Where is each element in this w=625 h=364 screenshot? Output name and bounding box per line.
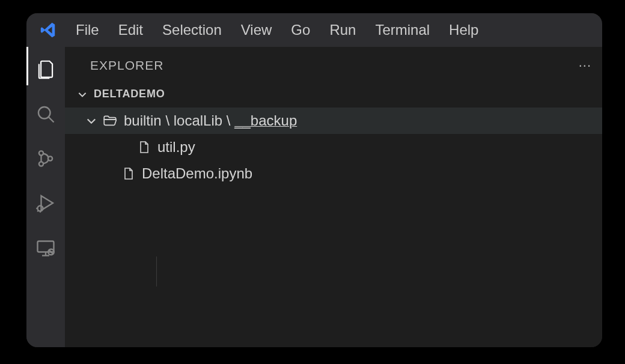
app-window: File Edit Selection View Go Run Terminal… [26, 13, 602, 347]
file-label-util: util.py [157, 139, 195, 156]
folder-row-backup[interactable]: builtin \ localLib \ __backup [65, 108, 602, 134]
svg-rect-10 [38, 241, 54, 252]
file-row-util[interactable]: util.py [65, 134, 602, 160]
activity-source-control[interactable] [34, 147, 58, 171]
chevron-down-icon [85, 115, 97, 127]
svg-line-9 [37, 210, 38, 211]
file-label-deltademo: DeltaDemo.ipynb [142, 165, 252, 182]
menu-go[interactable]: Go [281, 16, 320, 44]
explorer-header: EXPLORER ··· [65, 47, 602, 84]
file-row-deltademo[interactable]: DeltaDemo.ipynb [65, 160, 602, 187]
svg-point-3 [39, 162, 43, 166]
body-row: EXPLORER ··· DELTADEMO [26, 47, 602, 347]
menu-selection[interactable]: Selection [153, 16, 231, 44]
activity-run-debug[interactable] [34, 191, 58, 215]
indent-guide [156, 256, 157, 287]
menu-terminal[interactable]: Terminal [365, 16, 439, 44]
chevron-down-icon [77, 89, 88, 100]
svg-point-2 [39, 151, 43, 155]
svg-line-1 [49, 117, 53, 122]
menu-edit[interactable]: Edit [109, 16, 153, 44]
menu-run[interactable]: Run [320, 16, 365, 44]
file-tree: builtin \ localLib \ __backup util.py [65, 108, 602, 187]
activity-remote[interactable] [34, 235, 58, 259]
activity-explorer[interactable] [34, 58, 58, 82]
folder-path-label: builtin \ localLib \ __backup [124, 112, 297, 129]
menu-bar: File Edit Selection View Go Run Terminal… [26, 13, 602, 47]
workspace-header[interactable]: DELTADEMO [65, 84, 602, 104]
vscode-logo-icon [38, 20, 58, 40]
svg-point-0 [38, 107, 50, 119]
folder-open-icon [102, 113, 118, 129]
file-icon [121, 166, 136, 181]
activity-search[interactable] [34, 102, 58, 126]
explorer-more-button[interactable]: ··· [574, 58, 596, 73]
activity-bar [26, 47, 65, 347]
file-icon [137, 140, 151, 154]
menu-file[interactable]: File [66, 16, 109, 44]
explorer-title: EXPLORER [90, 58, 163, 73]
active-activity-indicator [26, 47, 28, 85]
explorer-sidebar: EXPLORER ··· DELTADEMO [65, 47, 602, 347]
menu-view[interactable]: View [231, 16, 282, 44]
workspace-name: DELTADEMO [94, 88, 165, 100]
svg-point-6 [38, 206, 43, 211]
menu-help[interactable]: Help [439, 16, 488, 44]
